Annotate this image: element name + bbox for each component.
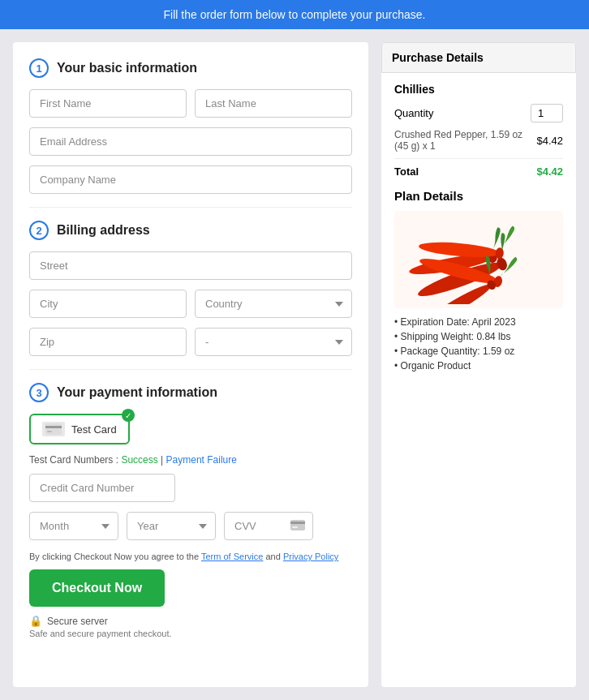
- success-link[interactable]: Success: [121, 454, 157, 466]
- step1-circle: 1: [29, 58, 49, 78]
- svg-rect-4: [290, 522, 305, 524]
- card-icon: [42, 422, 65, 436]
- cvv-card-icon: [290, 519, 305, 534]
- secure-sub: Safe and secure payment checkout.: [29, 629, 352, 638]
- secure-label: Secure server: [47, 616, 108, 627]
- banner-text: Fill the order form below to complete yo…: [164, 8, 426, 21]
- failure-link[interactable]: Payment Failure: [166, 454, 237, 466]
- order-form-panel: 1 Your basic information 2 Billing a: [13, 42, 368, 687]
- name-row: [29, 89, 352, 118]
- test-card-option[interactable]: Test Card ✓: [29, 414, 130, 444]
- zip-state-row: -: [29, 328, 352, 356]
- first-name-input[interactable]: [29, 89, 187, 118]
- zip-input[interactable]: [29, 328, 187, 356]
- secure-info: 🔒 Secure server: [29, 615, 352, 627]
- email-row: [29, 127, 352, 156]
- check-badge: ✓: [122, 409, 135, 422]
- quantity-input[interactable]: [531, 104, 563, 122]
- tos-line: By clicking Checkout Now you agree to th…: [29, 552, 352, 561]
- year-select[interactable]: Year 202320242025 20262027: [127, 512, 216, 540]
- street-input[interactable]: [29, 251, 352, 280]
- plan-bullet: Expiration Date: April 2023: [394, 316, 563, 328]
- email-input[interactable]: [29, 127, 352, 156]
- plan-bullet: Organic Product: [394, 360, 563, 371]
- lock-icon: 🔒: [29, 615, 42, 627]
- product-price: $4.42: [536, 135, 563, 147]
- section3-heading: 3 Your payment information: [29, 383, 352, 402]
- company-row: [29, 165, 352, 194]
- purchase-header: Purchase Details: [381, 42, 576, 73]
- plan-bullets: Expiration Date: April 2023Shipping Weig…: [394, 316, 563, 371]
- price-row: Crushed Red Pepper, 1.59 oz (45 g) x 1 $…: [394, 129, 563, 152]
- cc-row: [29, 474, 352, 502]
- street-row: [29, 251, 352, 280]
- step2-circle: 2: [29, 221, 49, 240]
- city-country-row: Country: [29, 290, 352, 318]
- state-select[interactable]: -: [195, 328, 352, 356]
- section3-title: Your payment information: [57, 385, 217, 400]
- month-select[interactable]: Month 010203 040506 070809 101112: [29, 512, 118, 540]
- total-value: $4.42: [536, 165, 563, 178]
- plan-title: Plan Details: [394, 189, 563, 203]
- quantity-row: Quantity: [394, 104, 563, 122]
- purchase-panel: Purchase Details Chillies Quantity Crush…: [381, 42, 576, 687]
- last-name-input[interactable]: [195, 89, 352, 118]
- section1-title: Your basic information: [57, 61, 197, 75]
- product-desc: Crushed Red Pepper, 1.59 oz (45 g) x 1: [394, 129, 536, 152]
- svg-rect-2: [47, 431, 52, 432]
- tos-link[interactable]: Term of Service: [201, 552, 263, 561]
- test-card-info: Test Card Numbers : Success | Payment Fa…: [29, 454, 352, 466]
- total-label: Total: [394, 165, 419, 178]
- svg-rect-1: [45, 426, 62, 428]
- total-row: Total $4.42: [394, 158, 563, 178]
- section2-heading: 2 Billing address: [29, 221, 352, 240]
- expiry-row: Month 010203 040506 070809 101112 Year 2…: [29, 512, 352, 540]
- svg-rect-5: [292, 526, 298, 528]
- plan-bullet: Shipping Weight: 0.84 lbs: [394, 331, 563, 342]
- company-input[interactable]: [29, 165, 352, 194]
- checkout-button[interactable]: Checkout Now: [29, 569, 165, 607]
- svg-rect-0: [45, 423, 62, 435]
- city-input[interactable]: [29, 290, 187, 318]
- section1-heading: 1 Your basic information: [29, 58, 352, 78]
- product-name: Chillies: [394, 83, 563, 96]
- quantity-label: Quantity: [394, 107, 433, 119]
- privacy-link[interactable]: Privacy Policy: [283, 552, 338, 561]
- product-image: [394, 211, 563, 308]
- svg-rect-3: [290, 520, 305, 530]
- card-label: Test Card: [71, 423, 117, 436]
- cvv-wrapper: [224, 512, 313, 540]
- cc-input[interactable]: [29, 474, 175, 502]
- section2-title: Billing address: [57, 223, 150, 238]
- top-banner: Fill the order form below to complete yo…: [0, 0, 589, 29]
- country-select[interactable]: Country: [195, 290, 352, 318]
- step3-circle: 3: [29, 383, 49, 402]
- plan-bullet: Package Quantity: 1.59 oz: [394, 346, 563, 357]
